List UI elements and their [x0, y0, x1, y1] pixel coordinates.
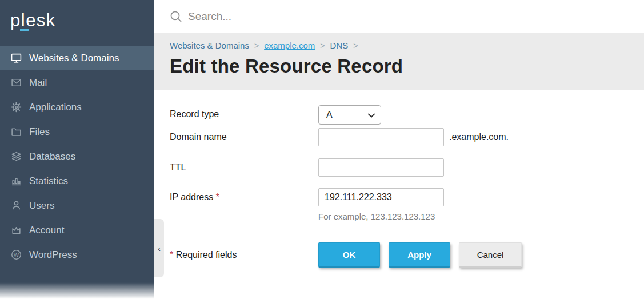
sidebar-item-label: Mail [29, 77, 47, 89]
wordpress-icon: W [11, 249, 22, 260]
breadcrumb: Websites & Domains > example.com > DNS > [170, 41, 644, 50]
sidebar: plesk Websites & Domains Mail [0, 0, 154, 303]
sidebar-item-label: Users [29, 200, 54, 212]
sidebar-item-applications[interactable]: Applications [0, 95, 154, 119]
form-actions: * Required fields OK Apply Cancel [170, 242, 644, 268]
mail-icon [11, 77, 22, 88]
breadcrumb-websites-domains[interactable]: Websites & Domains [170, 41, 249, 50]
sidebar-item-wordpress[interactable]: W WordPress [0, 242, 154, 267]
sidebar-item-websites-domains[interactable]: Websites & Domains [0, 46, 154, 70]
domain-suffix: .example.com. [449, 128, 509, 142]
required-fields-note: * Required fields [170, 242, 318, 260]
sidebar-item-files[interactable]: Files [0, 119, 154, 144]
topbar [154, 0, 644, 33]
chevron-down-icon [367, 111, 375, 119]
plesk-logo-text: plesk [10, 10, 56, 30]
sidebar-item-label: Websites & Domains [29, 53, 119, 64]
record-type-label: Record type [170, 105, 318, 119]
ip-address-label: IP address * [170, 188, 318, 202]
page-header: Websites & Domains > example.com > DNS >… [154, 33, 644, 90]
ok-button[interactable]: OK [318, 242, 380, 268]
bar-chart-icon [11, 176, 22, 186]
ttl-row: TTL [170, 158, 644, 177]
sidebar-item-label: WordPress [29, 249, 77, 261]
breadcrumb-separator: > [320, 41, 325, 50]
sidebar-item-mail[interactable]: Mail [0, 70, 154, 95]
record-type-select[interactable]: A [318, 105, 381, 125]
monitor-icon [11, 53, 22, 63]
sidebar-item-label: Applications [29, 102, 82, 113]
sidebar-nav: Websites & Domains Mail [0, 46, 154, 267]
breadcrumb-dns[interactable]: DNS [330, 41, 349, 50]
record-type-value: A [326, 110, 333, 120]
ip-address-label-text: IP address [170, 192, 213, 202]
record-type-row: Record type A [170, 105, 644, 125]
ttl-label: TTL [170, 158, 318, 173]
edit-record-form: Record type A Domain name .example.com. … [154, 90, 644, 268]
sidebar-item-users[interactable]: Users [0, 193, 154, 218]
crown-icon [11, 225, 22, 236]
user-icon [11, 200, 22, 211]
plesk-logo: plesk [0, 0, 154, 46]
plesk-logo-dash [20, 29, 29, 31]
required-asterisk: * [170, 250, 173, 260]
ip-address-input[interactable] [318, 188, 444, 206]
sidebar-item-account[interactable]: Account [0, 218, 154, 242]
cancel-button[interactable]: Cancel [459, 242, 522, 268]
folder-icon [11, 126, 22, 137]
apply-button[interactable]: Apply [389, 242, 450, 268]
main-area: Websites & Domains > example.com > DNS >… [154, 0, 644, 303]
gear-icon [11, 102, 22, 113]
sidebar-item-label: Account [29, 225, 64, 236]
ttl-input[interactable] [318, 158, 444, 177]
required-fields-text: Required fields [176, 250, 237, 260]
sidebar-item-statistics[interactable]: Statistics [0, 169, 154, 193]
sidebar-item-label: Statistics [29, 176, 68, 187]
search-icon [170, 10, 182, 23]
breadcrumb-example-com[interactable]: example.com [264, 41, 315, 50]
sidebar-item-label: Databases [29, 151, 75, 162]
sidebar-item-label: Files [29, 126, 50, 138]
required-asterisk: * [216, 192, 219, 202]
plesk-app: plesk Websites & Domains Mail [0, 0, 644, 303]
sidebar-item-databases[interactable]: Databases [0, 144, 154, 169]
breadcrumb-separator: > [353, 41, 358, 50]
svg-text:W: W [14, 252, 19, 258]
domain-name-input[interactable] [318, 128, 444, 146]
search-input[interactable] [188, 10, 531, 23]
domain-name-row: Domain name .example.com. [170, 128, 644, 146]
page-title: Edit the Resource Record [170, 55, 644, 77]
breadcrumb-separator: > [254, 41, 259, 50]
ip-address-hint: For example, 123.123.123.123 [318, 212, 444, 221]
ip-address-row: IP address * For example, 123.123.123.12… [170, 188, 644, 221]
domain-name-label: Domain name [170, 128, 318, 142]
layers-icon [11, 151, 22, 162]
